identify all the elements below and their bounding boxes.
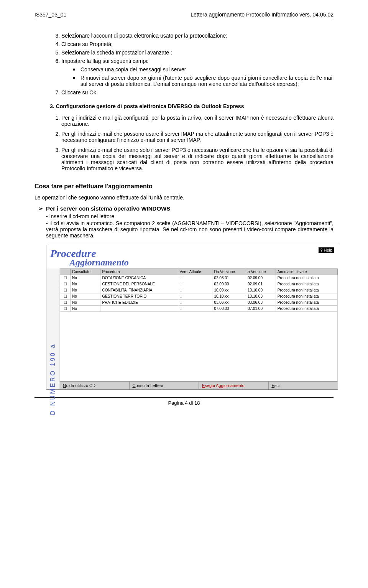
update-heading: Cosa fare per effettuare l'aggiornamento xyxy=(34,183,334,190)
section3-item-1: Per gli indirizzi e-mail già configurati… xyxy=(61,115,334,127)
table-empty-area xyxy=(60,312,338,381)
doc-id: IS357_03_01 xyxy=(34,12,66,18)
table-row[interactable]: ☐No..07.00.0307.01.00Procedura non insta… xyxy=(60,306,338,312)
row-checkbox[interactable]: ☐ xyxy=(60,275,71,281)
row-checkbox[interactable]: ☐ xyxy=(60,287,71,293)
cell-a-versione: 10.10.03 xyxy=(246,293,276,300)
step-6-bullet-2: Rimuovi dal server dopo xx giorni (l'ute… xyxy=(73,75,334,87)
cell-anomalie: Procedura non installata xyxy=(276,287,337,293)
cell-procedura: PRATICHE EDILIZIE xyxy=(100,300,178,306)
cell-procedura: GESTIONE TERRITORIO xyxy=(100,293,178,300)
table-row[interactable]: ☐NoGESTIONE DEL PERSONALE..02.09.0002.09… xyxy=(60,281,338,287)
cell-a-versione: 07.01.00 xyxy=(246,306,276,312)
doc-title: Lettera aggiornamento Protocollo Informa… xyxy=(191,12,334,18)
step-5: Selezionare la scheda Impostazioni avanz… xyxy=(61,49,334,56)
header-divider xyxy=(34,21,334,21)
footer-consulta-button[interactable]: Consulta Lettera xyxy=(130,382,199,389)
update-intro: Le operazioni che seguono vanno effettua… xyxy=(34,194,334,201)
row-checkbox[interactable]: ☐ xyxy=(60,300,71,306)
footer-guida-button[interactable]: Guida utilizzo CD xyxy=(60,382,130,389)
step-3: Selezionare l'account di posta elettroni… xyxy=(61,33,334,39)
cell-vers-attuale: .. xyxy=(178,300,212,306)
cell-vers-attuale: .. xyxy=(178,281,212,287)
cell-consultato: No xyxy=(71,306,100,312)
cell-procedura: DOTAZIONE ORGANICA xyxy=(100,275,178,281)
cell-anomalie: Procedura non installata xyxy=(276,306,337,312)
table-row[interactable]: ☐NoPRATICHE EDILIZIE..03.06.xx03.06.03Pr… xyxy=(60,300,338,306)
col-vers-attuale: Vers. Attuale xyxy=(178,269,212,275)
cell-da-versione: 07.00.03 xyxy=(212,306,246,312)
cell-procedura: CONTABILITA' FINANZIARIA xyxy=(100,287,178,293)
step-6-bullet-1: Conserva una copia dei messaggi sul serv… xyxy=(73,66,334,72)
col-anomalie: Anomalie rilevate xyxy=(276,269,337,275)
cell-consultato: No xyxy=(71,287,100,293)
cell-anomalie: Procedura non installata xyxy=(276,281,337,287)
col-da-versione: Da Versione xyxy=(212,269,246,275)
table-row[interactable]: ☐NoDOTAZIONE ORGANICA..02.08.0102.09.00P… xyxy=(60,275,338,281)
cell-vers-attuale: .. xyxy=(178,275,212,281)
cell-da-versione: 03.06.xx xyxy=(212,300,246,306)
step-7: Cliccare su Ok. xyxy=(61,89,334,96)
cell-consultato: No xyxy=(71,300,100,306)
windows-heading: Per i server con sistema operativo WINDO… xyxy=(34,205,334,212)
step-6: Impostare la flag sui seguenti campi: Co… xyxy=(61,58,334,87)
procedures-table: Consultato Procedura Vers. Attuale Da Ve… xyxy=(60,268,338,312)
cell-anomalie: Procedura non installata xyxy=(276,293,337,300)
section3-item-3: Per gli indirizzi e-mail che usano solo … xyxy=(61,147,334,171)
col-check xyxy=(60,269,71,275)
cell-a-versione: 10.10.00 xyxy=(246,287,276,293)
app-window: ? Help Procedure Aggiornamento CD NUMERO… xyxy=(46,245,338,390)
page-number: Pagina 4 di 18 xyxy=(34,398,334,408)
row-checkbox[interactable]: ☐ xyxy=(60,306,71,312)
cell-a-versione: 02.09.00 xyxy=(246,275,276,281)
dash-item-2: - il cd si avvia in automatico. Se compa… xyxy=(46,220,334,239)
cd-side-label: CD NUMERO 190 a xyxy=(46,268,60,389)
col-procedura: Procedura xyxy=(100,269,178,275)
app-title-2: Aggiornamento xyxy=(69,257,334,268)
cd-side-text: CD NUMERO 190 a xyxy=(49,343,56,416)
cell-a-versione: 02.09.01 xyxy=(246,281,276,287)
cell-da-versione: 10.09.xx xyxy=(212,287,246,293)
dash-item-1: - Inserire il cd-rom nel lettore xyxy=(46,213,334,219)
cell-anomalie: Procedura non installata xyxy=(276,300,337,306)
cell-a-versione: 03.06.03 xyxy=(246,300,276,306)
section3-item-2: Per gli indirizzi e-mail che possono usa… xyxy=(61,131,334,143)
footer-esegui-button[interactable]: Esegui Aggiornamento xyxy=(199,382,269,389)
cell-procedura: GESTIONE DEL PERSONALE xyxy=(100,281,178,287)
footer-esci-button[interactable]: Esci xyxy=(269,382,338,389)
col-a-versione: a Versione xyxy=(246,269,276,275)
table-row[interactable]: ☐NoCONTABILITA' FINANZIARIA..10.09.xx10.… xyxy=(60,287,338,293)
step-4: Cliccare su Proprietà; xyxy=(61,41,334,47)
col-consultato: Consultato xyxy=(71,269,100,275)
cell-da-versione: 02.09.00 xyxy=(212,281,246,287)
cell-consultato: No xyxy=(71,281,100,287)
step-6-text: Impostare la flag sui seguenti campi: xyxy=(61,58,148,64)
cell-vers-attuale: .. xyxy=(178,306,212,312)
cell-vers-attuale: .. xyxy=(178,293,212,300)
cell-vers-attuale: .. xyxy=(178,287,212,293)
cell-da-versione: 10.10.xx xyxy=(212,293,246,300)
row-checkbox[interactable]: ☐ xyxy=(60,293,71,300)
cell-anomalie: Procedura non installata xyxy=(276,275,337,281)
help-link[interactable]: ? Help xyxy=(319,247,334,253)
section-3-heading: 3. Configurazione gestore di posta elett… xyxy=(50,103,334,109)
table-row[interactable]: ☐NoGESTIONE TERRITORIO..10.10.xx10.10.03… xyxy=(60,293,338,300)
cell-consultato: No xyxy=(71,293,100,300)
cell-da-versione: 02.08.01 xyxy=(212,275,246,281)
cell-consultato: No xyxy=(71,275,100,281)
cell-procedura xyxy=(100,306,178,312)
row-checkbox[interactable]: ☐ xyxy=(60,281,71,287)
